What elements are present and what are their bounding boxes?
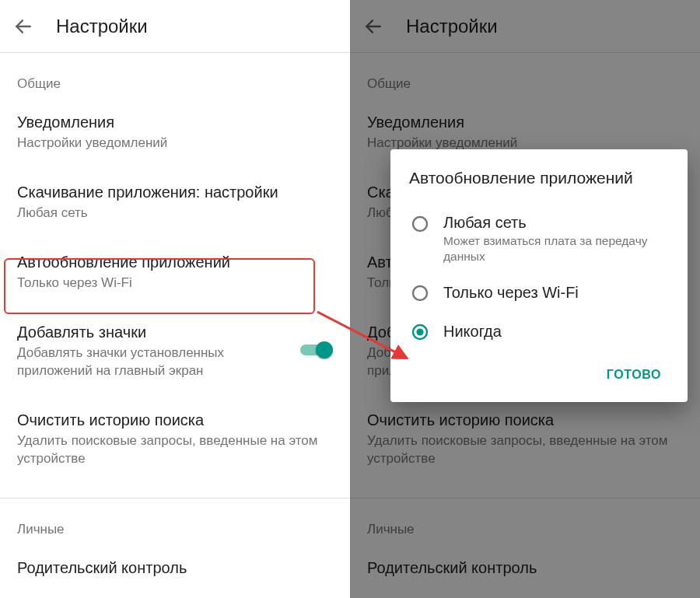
app-bar: Настройки — [0, 0, 350, 53]
settings-screen-left: Настройки Общие Уведомления Настройки ув… — [0, 0, 350, 598]
setting-subtitle: Добавлять значки установленных приложени… — [17, 344, 278, 380]
setting-subtitle: Только через Wi-Fi — [17, 275, 333, 292]
toggle-switch[interactable] — [300, 341, 331, 358]
setting-subtitle: Настройки уведомлений — [17, 135, 333, 152]
section-header-personal: Личные — [0, 498, 350, 542]
auto-update-dialog: Автообновление приложений Любая сеть Мож… — [390, 149, 688, 402]
radio-unchecked-icon — [411, 284, 429, 302]
section-header-general: Общие — [0, 53, 350, 96]
setting-title: Уведомления — [17, 112, 333, 133]
setting-title: Родительский контроль — [17, 558, 333, 579]
option-any-network[interactable]: Любая сеть Может взиматься плата за пере… — [409, 204, 669, 273]
settings-screen-right: Настройки Общие Уведомления Настройки ув… — [350, 0, 700, 598]
setting-add-icons[interactable]: Добавлять значки Добавлять значки устано… — [0, 306, 350, 394]
svg-point-2 — [413, 217, 427, 231]
page-title: Настройки — [56, 16, 148, 37]
setting-subtitle: Удалить поисковые запросы, введенные на … — [17, 432, 333, 468]
radio-unchecked-icon — [411, 215, 429, 233]
setting-title: Очистить историю поиска — [17, 410, 333, 431]
svg-point-3 — [413, 286, 427, 300]
option-label: Только через Wi-Fi — [443, 283, 579, 302]
svg-point-5 — [416, 328, 423, 335]
option-label: Любая сеть — [443, 213, 667, 232]
setting-title: Скачивание приложения: настройки — [17, 182, 333, 203]
option-never[interactable]: Никогда — [409, 312, 669, 351]
setting-subtitle: Любая сеть — [17, 205, 333, 222]
setting-notifications[interactable]: Уведомления Настройки уведомлений — [0, 96, 350, 166]
setting-clear-search-history[interactable]: Очистить историю поиска Удалить поисковы… — [0, 394, 350, 482]
radio-checked-icon — [411, 323, 429, 341]
setting-download-prefs[interactable]: Скачивание приложения: настройки Любая с… — [0, 166, 350, 236]
option-wifi-only[interactable]: Только через Wi-Fi — [409, 273, 669, 312]
back-icon[interactable] — [12, 16, 34, 37]
option-label: Никогда — [443, 322, 502, 341]
setting-parental-controls[interactable]: Родительский контроль — [0, 542, 350, 593]
confirm-button[interactable]: ГОТОВО — [599, 362, 669, 388]
option-sublabel: Может взиматься плата за передачу данных — [443, 233, 667, 264]
setting-title: Добавлять значки — [17, 322, 278, 343]
setting-auto-update-apps[interactable]: Автообновление приложений Только через W… — [0, 236, 350, 306]
dialog-title: Автообновление приложений — [409, 168, 669, 188]
setting-title: Автообновление приложений — [17, 252, 333, 273]
